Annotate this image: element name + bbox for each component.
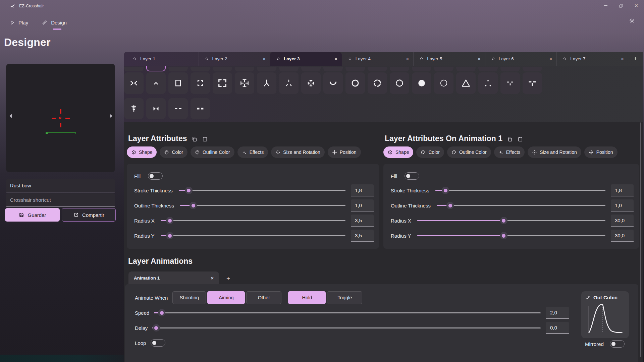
outline-thickness-value[interactable]: 1,0 <box>351 199 374 212</box>
shape-button-partial[interactable] <box>412 67 431 71</box>
slider-knob[interactable] <box>185 187 193 194</box>
radius-x-slider[interactable] <box>161 217 345 224</box>
shape-circle-thin[interactable] <box>434 72 453 94</box>
shape-triangle[interactable] <box>456 72 476 94</box>
layer-tab-4[interactable]: Layer 4× <box>342 52 414 66</box>
slider-knob[interactable] <box>166 217 173 224</box>
slider-knob[interactable] <box>166 232 173 239</box>
shape-circle-dotted[interactable] <box>390 72 409 94</box>
close-tab-icon[interactable]: × <box>263 56 266 62</box>
gear-icon[interactable] <box>629 17 635 24</box>
shape-triangles-inward[interactable] <box>146 98 166 119</box>
fill-toggle[interactable] <box>148 172 163 180</box>
copy-icon[interactable] <box>192 136 198 142</box>
radius-y-slider[interactable] <box>161 232 345 239</box>
nav-design[interactable]: Design <box>42 19 67 25</box>
shape-button-partial[interactable] <box>434 67 453 71</box>
chevron-left-icon[interactable] <box>9 113 13 119</box>
slider-knob[interactable] <box>442 187 449 194</box>
copy-icon[interactable] <box>507 136 513 142</box>
layer-tab-5[interactable]: Layer 5× <box>413 52 485 66</box>
close-tab-icon[interactable]: × <box>549 56 552 62</box>
shape-button-partial[interactable] <box>478 67 498 71</box>
add-layer-button[interactable]: + <box>628 52 643 66</box>
mirrored-toggle[interactable] <box>610 340 625 348</box>
share-button[interactable]: Compartir <box>62 208 116 222</box>
vertical-scrollbar[interactable] <box>640 122 641 357</box>
tab-size-and-rotation-anim[interactable]: Size and Rotation <box>528 146 581 158</box>
shape-dash-pair-thin[interactable] <box>168 98 188 119</box>
shape-corners-large[interactable] <box>213 72 232 94</box>
shape-button-partial[interactable] <box>235 67 254 71</box>
tab-shape-anim[interactable]: Shape <box>383 146 413 158</box>
slider-knob[interactable] <box>153 324 160 331</box>
tab-effects[interactable]: Effects <box>237 146 268 158</box>
layer-tab-7[interactable]: Layer 7× <box>556 52 628 66</box>
fill-toggle-anim[interactable] <box>405 172 419 180</box>
stroke-thickness-value-anim[interactable]: 1,8 <box>611 184 634 196</box>
shape-y-shape-dashed[interactable] <box>279 72 299 94</box>
tab-position-anim[interactable]: Position <box>584 146 618 158</box>
slider-knob[interactable] <box>158 309 165 316</box>
shape-button-partial[interactable] <box>213 67 232 71</box>
shape-circle-dashed[interactable] <box>368 72 387 94</box>
radius-x-value[interactable]: 3,5 <box>351 215 374 227</box>
shape-button-partial[interactable] <box>345 67 365 71</box>
layer-tab-2[interactable]: Layer 2× <box>199 52 270 66</box>
shape-sight-ladder[interactable] <box>124 98 144 119</box>
shape-dashes-tick[interactable] <box>500 72 520 94</box>
tab-size-and-rotation[interactable]: Size and Rotation <box>271 146 325 158</box>
shape-button-partial[interactable] <box>500 67 520 71</box>
shape-button-partial[interactable] <box>168 67 188 71</box>
mode-hold[interactable]: Hold <box>288 291 326 304</box>
close-tab-icon[interactable]: × <box>478 56 481 62</box>
radius-x-value-anim[interactable]: 30,0 <box>611 215 634 227</box>
shape-button-partial[interactable] <box>456 67 476 71</box>
shape-button-partial-selected[interactable] <box>146 66 166 71</box>
tab-effects-anim[interactable]: Effects <box>494 146 525 158</box>
crosshair-shortcut-input[interactable]: Crosshair shortcut <box>6 193 115 207</box>
outline-thickness-slider-anim[interactable] <box>437 202 605 209</box>
mode-toggle[interactable]: Toggle <box>327 291 362 304</box>
animation-tab-1[interactable]: Animation 1 × <box>128 272 219 284</box>
shape-arc-bottom[interactable] <box>323 72 343 94</box>
shape-button-partial[interactable] <box>301 67 321 71</box>
layer-tab-3-active[interactable]: Layer 3× <box>270 52 342 66</box>
tab-shape[interactable]: Shape <box>127 146 157 158</box>
tab-outline-color-anim[interactable]: Outline Color <box>447 146 491 158</box>
radius-y-slider-anim[interactable] <box>417 232 605 239</box>
layer-tab-6[interactable]: Layer 6× <box>485 52 557 66</box>
shape-button-partial[interactable] <box>390 67 409 71</box>
slider-knob[interactable] <box>190 202 197 209</box>
shape-button-partial[interactable] <box>257 67 276 71</box>
radius-x-slider-anim[interactable] <box>417 217 605 224</box>
add-animation-button[interactable]: + <box>224 275 233 284</box>
speed-slider[interactable] <box>154 309 541 316</box>
speed-value[interactable]: 2,0 <box>546 307 569 319</box>
tab-color[interactable]: Color <box>160 146 187 158</box>
radius-y-value-anim[interactable]: 30,0 <box>611 230 634 242</box>
slider-knob[interactable] <box>500 217 507 224</box>
layer-tab-1[interactable]: Layer 1 <box>127 52 199 66</box>
slider-knob[interactable] <box>446 202 454 209</box>
minimize-button[interactable] <box>598 0 613 11</box>
shape-t-cross[interactable] <box>235 72 254 94</box>
shape-button-partial[interactable] <box>523 67 542 71</box>
close-tab-icon[interactable]: × <box>621 56 624 62</box>
close-tab-icon[interactable]: × <box>406 56 409 62</box>
shape-dashes-tick-bold[interactable] <box>523 72 542 94</box>
trigger-other[interactable]: Other <box>246 291 281 304</box>
stroke-thickness-value[interactable]: 1,8 <box>351 184 374 196</box>
shape-button-partial[interactable] <box>191 67 210 71</box>
shape-circle-filled[interactable] <box>412 72 431 94</box>
maximize-button[interactable] <box>613 0 629 11</box>
slider-knob[interactable] <box>500 232 507 239</box>
trigger-shooting[interactable]: Shooting <box>172 291 206 304</box>
tab-position[interactable]: Position <box>328 146 361 158</box>
loop-toggle[interactable] <box>151 339 165 347</box>
nav-play[interactable]: Play <box>9 20 28 25</box>
shape-triangle-arrowheads[interactable] <box>478 72 498 94</box>
tab-outline-color[interactable]: Outline Color <box>191 146 234 158</box>
paste-icon[interactable] <box>202 136 208 142</box>
paste-icon[interactable] <box>517 136 523 142</box>
